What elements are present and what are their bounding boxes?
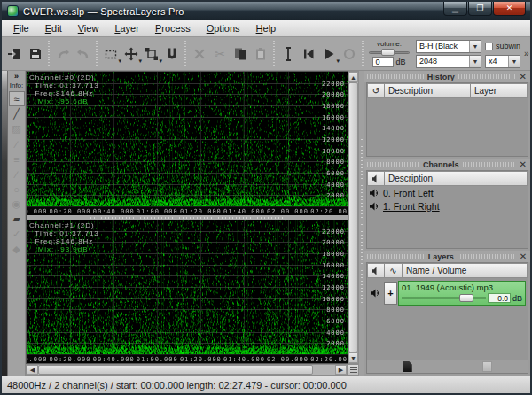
- volume-slider-thumb[interactable]: [381, 49, 395, 56]
- import-button[interactable]: [4, 43, 25, 65]
- brush-tool: ◆: [9, 242, 25, 257]
- chevron-down-icon[interactable]: ▼: [469, 41, 481, 52]
- layer-volume-unit: dB: [512, 294, 522, 303]
- menu-process[interactable]: Process: [147, 21, 199, 35]
- time-tick-label: 00:40.000: [93, 356, 135, 363]
- channel-row-label[interactable]: 0. Front Left: [383, 188, 434, 198]
- close-icon[interactable]: ✕: [519, 160, 528, 169]
- expand-layer-button[interactable]: +: [384, 282, 397, 305]
- horizontal-scroll-thumb[interactable]: [38, 365, 313, 375]
- skip-to-start-button[interactable]: [298, 43, 318, 65]
- collapsed-panel-strip[interactable]: [2, 71, 8, 376]
- speaker-icon: [367, 263, 385, 278]
- history-list[interactable]: [367, 98, 528, 156]
- vertical-scroll-thumb[interactable]: [348, 82, 358, 352]
- circle-select-tool: ○: [9, 182, 25, 197]
- menu-view[interactable]: View: [70, 21, 107, 35]
- history-panel-title[interactable]: History ✕: [364, 71, 530, 82]
- subwin-checkbox[interactable]: [485, 43, 493, 50]
- speaker-icon[interactable]: [370, 202, 379, 211]
- scroll-right-arrow[interactable]: ▶: [335, 365, 347, 375]
- horizontal-scrollbar[interactable]: ◀ ▶: [26, 364, 348, 376]
- colormap-select[interactable]: B-H (Black ▼: [416, 40, 481, 53]
- layer-volume-value[interactable]: 0.0: [488, 293, 511, 303]
- volume-slider[interactable]: [369, 49, 410, 56]
- time-tick-label: 00:20.000: [50, 356, 91, 363]
- copy-button[interactable]: [230, 43, 250, 65]
- magnet-tool-button[interactable]: [161, 43, 182, 65]
- speaker-icon[interactable]: [370, 189, 379, 198]
- scroll-left-arrow[interactable]: ◀: [27, 365, 38, 375]
- copy-icon: [233, 47, 247, 61]
- chevron-down-icon[interactable]: ▼: [469, 56, 481, 67]
- record-icon: [342, 47, 356, 61]
- close-button[interactable]: ✕: [493, 2, 526, 16]
- menu-bar: FileEditViewLayerProcessOptionsHelp: [2, 20, 530, 37]
- delete-layer-icon[interactable]: [482, 361, 492, 372]
- time-tick-label: 01:00.000: [137, 208, 178, 215]
- expand-info-button[interactable]: »: [14, 72, 19, 81]
- layer-row[interactable]: +01. 1949 (Acoustic).mp30.0dB: [367, 280, 528, 306]
- fft-size-select[interactable]: 2048 ▼: [416, 55, 481, 68]
- layer-volume-thumb[interactable]: [459, 294, 473, 302]
- import-icon: [8, 47, 22, 61]
- new-layer-icon[interactable]: [403, 361, 412, 372]
- menu-options[interactable]: Options: [199, 21, 248, 35]
- scroll-up-arrow[interactable]: ▲: [348, 72, 358, 82]
- select-rect-icon: [104, 47, 118, 61]
- menu-layer[interactable]: Layer: [106, 21, 147, 35]
- ibeam-icon: [281, 47, 295, 61]
- select-rectangle-button[interactable]: ▾: [100, 43, 121, 65]
- spectrogram-channel-1[interactable]: 2200020000180001600014000120001000080006…: [27, 220, 348, 354]
- spectrum-graph-tool[interactable]: ≈: [9, 91, 25, 106]
- app-icon: [7, 5, 19, 17]
- save-button[interactable]: [25, 43, 45, 65]
- layer-item[interactable]: 01. 1949 (Acoustic).mp30.0dB: [398, 281, 526, 306]
- menu-edit[interactable]: Edit: [37, 21, 70, 35]
- close-icon[interactable]: ✕: [519, 73, 528, 81]
- menu-file[interactable]: File: [5, 21, 37, 35]
- time-axis-1: 00:00.00000:20.00000:40.00001:00.00001:2…: [27, 354, 348, 363]
- menu-help[interactable]: Help: [248, 21, 285, 35]
- cut-icon: ✂: [213, 47, 227, 61]
- spectrogram-channel-0[interactable]: 2200020000180001600014000120001000080006…: [27, 72, 348, 206]
- subwin-checkbox-wrap[interactable]: subwin: [485, 40, 520, 53]
- toolbar-overflow-button[interactable]: »: [524, 49, 529, 58]
- picker-tool[interactable]: ╱: [9, 106, 25, 121]
- time-cursor-button[interactable]: [278, 43, 298, 65]
- time-tick-label: 00:00.000: [27, 208, 47, 215]
- title-bar[interactable]: CWER.ws.slp — SpectraLayers Pro ▁ ❐ ✕: [2, 2, 530, 20]
- volume-value-field[interactable]: 0: [372, 57, 394, 67]
- history-col-description: Description: [385, 83, 471, 98]
- channel-row[interactable]: 1. Front Right: [367, 199, 528, 213]
- move-tool-button[interactable]: ▾: [121, 43, 141, 65]
- chevron-down-icon[interactable]: ▼: [508, 56, 520, 67]
- layer-volume-slider[interactable]: [402, 294, 486, 302]
- channel-row-label[interactable]: 1. Front Right: [383, 201, 440, 212]
- speaker-icon[interactable]: [367, 280, 383, 306]
- history-panel: History ✕ ↺ Description Layer: [364, 71, 530, 159]
- maximize-button[interactable]: ❐: [468, 2, 492, 16]
- time-tick-label: 02:20.000: [310, 208, 348, 215]
- spectrogram-area: 2200020000180001600014000120001000080006…: [26, 71, 348, 364]
- paste-icon: [254, 47, 268, 61]
- vertical-scrollbar[interactable]: ▲ ▼: [348, 71, 359, 364]
- eraser-tool[interactable]: ▰: [9, 212, 25, 227]
- minimize-button[interactable]: ▁: [443, 2, 467, 16]
- time-tick-label: 01:20.000: [180, 208, 222, 215]
- grid-options-button[interactable]: [348, 364, 359, 376]
- layers-panel-title[interactable]: Layers ✕: [364, 251, 530, 262]
- time-tick-label: 00:20.000: [50, 208, 91, 215]
- time-tick-label: 01:40.000: [223, 208, 265, 215]
- close-icon[interactable]: ✕: [519, 252, 528, 261]
- undo-icon: [56, 47, 70, 61]
- time-axis-0: 00:00.00000:20.00000:40.00001:00.00001:2…: [27, 206, 348, 215]
- play-button[interactable]: ▾: [318, 43, 339, 65]
- channel-row[interactable]: 0. Front Left: [367, 186, 528, 199]
- zoom-factor-select[interactable]: x4 ▼: [485, 55, 520, 68]
- scroll-down-arrow[interactable]: ▼: [348, 352, 358, 363]
- toolbar: ▾▾▾✂▾ volume: 0 dB B-H (Black ▼ subwin 2…: [2, 37, 530, 71]
- transform-tool-button[interactable]: ▾: [141, 43, 161, 65]
- history-col-layer: Layer: [471, 83, 528, 98]
- channels-panel-title[interactable]: Channels ✕: [364, 159, 530, 170]
